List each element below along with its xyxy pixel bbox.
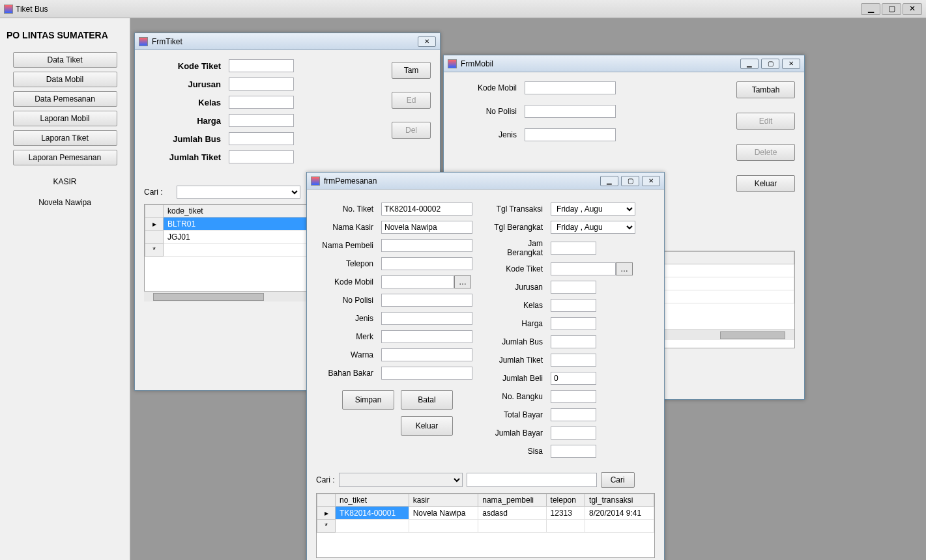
lbl-harga-p: Harga <box>492 319 551 328</box>
input-no-tiket[interactable] <box>381 203 472 216</box>
btn-simpan[interactable]: Simpan <box>342 390 394 410</box>
input-kode-mobil-p[interactable] <box>381 275 454 288</box>
btn-cari-pemesanan[interactable]: Cari <box>601 472 635 488</box>
btn-data-pemesanan[interactable]: Data Pemesanan <box>13 91 117 107</box>
input-nama-pembeli[interactable] <box>381 239 472 252</box>
frm-mobil-titlebar[interactable]: FrmMobil ▁ ▢ ✕ <box>444 55 804 72</box>
cell[interactable]: asdasd <box>478 507 546 520</box>
input-jumlah-tiket[interactable] <box>229 150 294 163</box>
btn-delete-tiket[interactable]: Del <box>392 122 431 139</box>
input-merk-p[interactable] <box>381 330 472 343</box>
sidebar: PO LINTAS SUMATERA Data Tiket Data Mobil… <box>0 18 130 560</box>
btn-data-mobil[interactable]: Data Mobil <box>13 72 117 87</box>
lbl-harga: Harga <box>144 116 229 126</box>
grid-pemesanan[interactable]: no_tiket kasir nama_pembeli telepon tgl_… <box>316 493 655 558</box>
input-nobangku-p[interactable] <box>551 390 596 403</box>
lbl-jurusan-p: Jurusan <box>492 283 551 292</box>
input-cari-pemesanan[interactable] <box>467 473 597 487</box>
btn-edit-tiket[interactable]: Ed <box>392 92 431 109</box>
col-nama-pembeli[interactable]: nama_pembeli <box>478 494 546 507</box>
lbl-tgl-berangkat: Tgl Berangkat <box>492 223 551 232</box>
input-kelas[interactable] <box>229 96 294 109</box>
browse-kode-mobil-button[interactable]: … <box>454 275 471 288</box>
input-kelas-p[interactable] <box>551 299 596 312</box>
input-kode-mobil[interactable] <box>525 81 616 94</box>
input-jenis[interactable] <box>525 128 616 141</box>
close-button[interactable]: ✕ <box>903 3 922 15</box>
select-cari-pemesanan[interactable] <box>339 473 463 487</box>
input-no-polisi[interactable] <box>525 105 616 118</box>
frm-pemesanan-min-button[interactable]: ▁ <box>600 176 618 186</box>
input-jurusan-p[interactable] <box>551 281 596 294</box>
frm-mobil-close-button[interactable]: ✕ <box>782 59 800 69</box>
input-nama-kasir[interactable] <box>381 221 472 234</box>
maximize-button[interactable]: ▢ <box>882 3 901 15</box>
btn-laporan-tiket[interactable]: Laporan Tiket <box>13 130 117 146</box>
app-titlebar: Tiket Bus ▁ ▢ ✕ <box>0 0 926 18</box>
btn-laporan-mobil[interactable]: Laporan Mobil <box>13 111 117 126</box>
input-warna-p[interactable] <box>381 348 472 361</box>
cell[interactable]: BLTR01 <box>164 217 311 231</box>
lbl-jam-berangkat: Jam Berangkat <box>492 239 551 257</box>
col-no-tiket[interactable]: no_tiket <box>336 494 409 507</box>
input-kode-tiket-p[interactable] <box>551 262 616 275</box>
minimize-button[interactable]: ▁ <box>861 3 880 15</box>
btn-tambah-tiket[interactable]: Tam <box>392 62 431 79</box>
select-cari-tiket[interactable] <box>177 186 300 199</box>
btn-edit-mobil[interactable]: Edit <box>736 113 795 130</box>
lbl-kode-tiket-p: Kode Tiket <box>492 264 551 273</box>
cell[interactable]: TK82014-00001 <box>336 507 409 520</box>
select-tgl-transaksi[interactable]: Friday , Augu <box>551 203 635 216</box>
lbl-sisa-p: Sisa <box>492 447 551 456</box>
lbl-nopol-p: No Polisi <box>316 296 381 305</box>
lbl-jbus-p: Jumlah Bus <box>492 337 551 346</box>
input-total-p[interactable] <box>551 408 596 421</box>
input-jenis-p[interactable] <box>381 312 472 325</box>
cell[interactable]: Novela Nawipa <box>409 507 478 520</box>
btn-delete-mobil[interactable]: Delete <box>736 144 795 161</box>
lbl-merk-p: Merk <box>316 332 381 341</box>
input-harga-p[interactable] <box>551 317 596 330</box>
btn-keluar-mobil[interactable]: Keluar <box>736 175 795 192</box>
input-jumlah-bus[interactable] <box>229 132 294 145</box>
input-jam-berangkat[interactable] <box>551 242 596 255</box>
input-jbeli-p[interactable] <box>551 372 596 385</box>
btn-laporan-pemesanan[interactable]: Laporan Pemesanan <box>13 150 117 165</box>
input-jbus-p[interactable] <box>551 335 596 348</box>
btn-keluar[interactable]: Keluar <box>401 416 453 436</box>
browse-kode-tiket-button[interactable]: … <box>616 262 633 275</box>
input-jtiket-p[interactable] <box>551 354 596 367</box>
frm-pemesanan-close-button[interactable]: ✕ <box>642 176 660 186</box>
form-icon <box>139 37 148 46</box>
lbl-kode-tiket: Kode Tiket <box>144 61 229 71</box>
frm-pemesanan-titlebar[interactable]: frmPemesanan ▁ ▢ ✕ <box>307 173 664 189</box>
frm-mobil-title: FrmMobil <box>461 59 493 68</box>
frm-mobil-min-button[interactable]: ▁ <box>740 59 759 69</box>
role-label: KASIR <box>4 177 126 186</box>
frm-tiket-close-button[interactable]: ✕ <box>418 36 436 47</box>
col-kode-tiket[interactable]: kode_tiket <box>164 205 311 217</box>
cell[interactable]: 8/20/2014 9:41 <box>585 507 654 520</box>
col-telepon[interactable]: telepon <box>546 494 585 507</box>
input-bbakar-p[interactable] <box>381 367 472 380</box>
form-icon <box>311 176 320 186</box>
input-nopol-p[interactable] <box>381 294 472 307</box>
input-harga[interactable] <box>229 114 294 127</box>
cell[interactable]: 12313 <box>546 507 585 520</box>
btn-data-tiket[interactable]: Data Tiket <box>13 52 117 68</box>
col-tgl-transaksi[interactable]: tgl_transaksi <box>585 494 654 507</box>
lbl-jbeli-p: Jumlah Beli <box>492 374 551 383</box>
frm-mobil-max-button[interactable]: ▢ <box>761 59 779 69</box>
input-jurusan[interactable] <box>229 77 294 91</box>
input-sisa-p[interactable] <box>551 445 596 458</box>
input-telepon[interactable] <box>381 257 472 270</box>
input-kode-tiket[interactable] <box>229 59 294 72</box>
frm-tiket-titlebar[interactable]: FrmTiket ✕ <box>135 33 440 50</box>
frm-pemesanan-max-button[interactable]: ▢ <box>621 176 639 186</box>
input-jbayar-p[interactable] <box>551 427 596 440</box>
cell[interactable]: JGJ01 <box>164 231 311 244</box>
col-kasir[interactable]: kasir <box>409 494 478 507</box>
btn-batal[interactable]: Batal <box>401 390 453 410</box>
btn-tambah-mobil[interactable]: Tambah <box>736 81 795 98</box>
select-tgl-berangkat[interactable]: Friday , Augu <box>551 221 635 234</box>
